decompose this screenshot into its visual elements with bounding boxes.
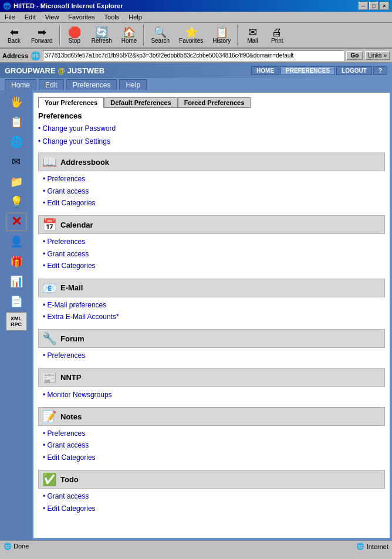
back-button[interactable]: ⬅ Back — [2, 25, 26, 46]
email-accounts-link[interactable]: • Extra E-Mail Accounts* — [43, 311, 380, 323]
menu-bar: File Edit View Favorites Tools Help — [0, 12, 392, 23]
stop-button[interactable]: 🛑 Stop — [63, 25, 86, 46]
sidebar-icon-xml[interactable]: XMLRPC — [6, 312, 27, 331]
favorites-button[interactable]: ⭐ Favorites — [175, 25, 207, 46]
address-bar: Address 🌐 Go Links » — [0, 49, 392, 63]
sidebar-icon-email[interactable]: ✉ — [6, 153, 27, 171]
forum-preferences-link[interactable]: • Preferences — [43, 350, 380, 361]
title-bar-buttons[interactable]: ─ □ × — [359, 2, 389, 10]
email-preferences-link[interactable]: • E-Mail preferences — [43, 299, 380, 311]
addressbook-preferences-link[interactable]: • Preferences — [43, 173, 380, 185]
todo-grant-link[interactable]: • Grant access — [43, 490, 380, 502]
address-label: Address — [2, 52, 28, 59]
main-content: Your Preferences Default Preferences For… — [33, 93, 390, 538]
forum-section: 🔧 Forum • Preferences — [38, 329, 385, 363]
sidebar-icon-globe[interactable]: 🌐 — [6, 133, 27, 151]
print-label: Print — [271, 38, 283, 44]
search-button[interactable]: 🔍 Search — [147, 25, 174, 46]
forum-links: • Preferences — [38, 348, 385, 363]
change-password-link[interactable]: • Change your Password — [38, 123, 385, 135]
sidebar-icon-bulb[interactable]: 💡 — [6, 192, 27, 211]
sidebar-icon-addressbook[interactable]: 📋 — [6, 113, 27, 131]
home-nav-button[interactable]: HOME — [251, 66, 279, 75]
notes-grant-link[interactable]: • Grant access — [43, 439, 380, 451]
sidebar-icon-gift[interactable]: 🎁 — [6, 252, 27, 271]
forum-icon: 🔧 — [42, 331, 57, 345]
stop-label: Stop — [68, 38, 80, 44]
calendar-categories-link[interactable]: • Edit Categories — [43, 260, 380, 272]
mail-button[interactable]: ✉ Mail — [241, 25, 264, 46]
status-internet-icon: 🌐 — [356, 543, 364, 550]
nntp-links: • Monitor Newsgroups — [38, 387, 385, 402]
menu-edit[interactable]: Edit — [22, 13, 38, 21]
refresh-button[interactable]: 🔄 Refresh — [87, 25, 116, 46]
address-input[interactable] — [43, 50, 344, 61]
forum-title: Forum — [60, 334, 84, 343]
preferences-nav-button[interactable]: PREFERENCES — [281, 66, 335, 75]
app-nav-buttons: HOME PREFERENCES LOGOUT ? — [251, 66, 387, 75]
status-right: 🌐 Internet — [356, 543, 388, 550]
mail-icon: ✉ — [248, 27, 257, 38]
nav-edit[interactable]: Edit — [39, 79, 64, 90]
logout-nav-button[interactable]: LOGOUT — [336, 66, 372, 75]
addressbook-grant-link[interactable]: • Grant access — [43, 185, 380, 197]
favorites-label: Favorites — [179, 38, 203, 44]
nntp-monitor-link[interactable]: • Monitor Newsgroups — [43, 389, 380, 401]
sidebar-icon-user[interactable]: 👤 — [6, 232, 27, 251]
menu-favorites[interactable]: Favorites — [66, 13, 97, 21]
email-section: 📧 E-Mail • E-Mail preferences • Extra E-… — [38, 279, 385, 325]
todo-header: ✅ Todo — [38, 470, 385, 489]
tab-default-preferences[interactable]: Default Preferences — [104, 97, 177, 108]
menu-help[interactable]: Help — [126, 13, 144, 21]
calendar-preferences-link[interactable]: • Preferences — [43, 236, 380, 248]
address-icon: 🌐 — [31, 51, 40, 60]
forward-button[interactable]: ➡ Forward — [27, 25, 57, 46]
nav-help[interactable]: Help — [119, 79, 147, 90]
sidebar-icon-chart[interactable]: 📊 — [6, 272, 27, 291]
sidebar-icon-hand[interactable]: 🖐 — [6, 93, 27, 111]
todo-categories-link[interactable]: • Edit Categories — [43, 503, 380, 514]
sidebar-icon-document[interactable]: 📄 — [6, 292, 27, 311]
addressbook-links: • Preferences • Grant access • Edit Cate… — [38, 171, 385, 211]
history-label: History — [212, 38, 231, 44]
maximize-button[interactable]: □ — [369, 2, 379, 10]
status-bar: 🌐 Done 🌐 Internet — [0, 540, 392, 552]
calendar-links: • Preferences • Grant access • Edit Cate… — [38, 234, 385, 273]
nntp-icon: 📰 — [42, 371, 57, 385]
history-button[interactable]: 📋 History — [208, 25, 235, 46]
home-button[interactable]: 🏠 Home — [117, 25, 141, 46]
notes-header: 📝 Notes — [38, 407, 385, 426]
print-button[interactable]: 🖨 Print — [265, 25, 289, 46]
nav-home[interactable]: Home — [5, 79, 36, 90]
mail-label: Mail — [247, 38, 258, 44]
calendar-grant-link[interactable]: • Grant access — [43, 248, 380, 260]
go-button[interactable]: Go — [346, 51, 363, 60]
links-button[interactable]: Links » — [365, 51, 390, 60]
title-bar: 🌐 HIITED - Microsoft Internet Explorer ─… — [0, 0, 392, 12]
status-text: Done — [13, 543, 29, 550]
menu-view[interactable]: View — [43, 13, 62, 21]
addressbook-categories-link[interactable]: • Edit Categories — [43, 197, 380, 209]
refresh-icon: 🔄 — [95, 27, 108, 38]
tab-forced-preferences[interactable]: Forced Preferences — [178, 97, 251, 108]
nntp-header: 📰 NNTP — [38, 368, 385, 387]
minimize-button[interactable]: ─ — [359, 2, 368, 10]
tab-your-preferences[interactable]: Your Preferences — [38, 97, 104, 108]
toolbar-separator-2 — [143, 25, 144, 46]
menu-file[interactable]: File — [2, 13, 18, 21]
calendar-section: 📅 Calendar • Preferences • Grant access … — [38, 215, 385, 273]
sidebar-icon-x[interactable]: ✕ — [6, 212, 27, 231]
email-icon: 📧 — [42, 281, 57, 295]
notes-preferences-link[interactable]: • Preferences — [43, 428, 380, 439]
sidebar-icon-folder[interactable]: 📁 — [6, 172, 27, 191]
todo-icon: ✅ — [42, 472, 57, 486]
calendar-title: Calendar — [60, 221, 93, 229]
nav-preferences[interactable]: Preferences — [66, 79, 117, 90]
close-button[interactable]: × — [380, 2, 389, 10]
change-settings-link[interactable]: • Change your Settings — [38, 135, 385, 148]
search-icon: 🔍 — [154, 27, 167, 38]
notes-categories-link[interactable]: • Edit Categories — [43, 452, 380, 463]
help-nav-button[interactable]: ? — [373, 66, 387, 75]
menu-tools[interactable]: Tools — [102, 13, 122, 21]
addressbook-icon: 📖 — [42, 155, 57, 169]
